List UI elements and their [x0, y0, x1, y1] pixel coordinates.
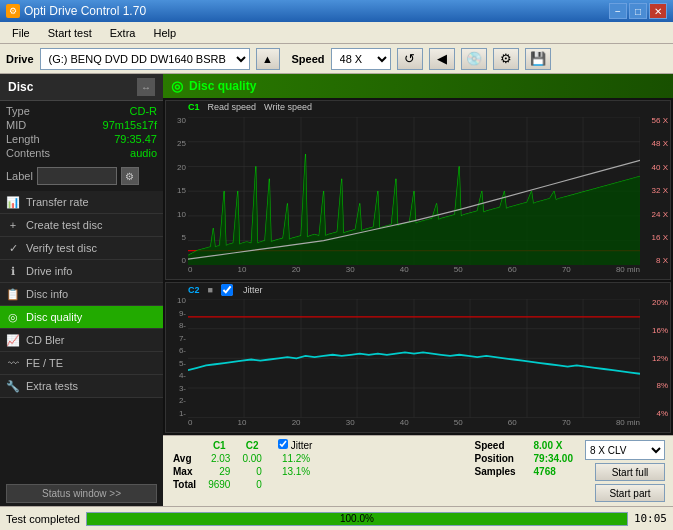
c1-legend-label: C1	[188, 102, 200, 112]
sidebar-item-disc-quality[interactable]: ◎ Disc quality	[0, 306, 163, 329]
chart1-y-axis: 30 25 20 15 10 5 0	[166, 117, 188, 265]
transfer-rate-icon: 📊	[6, 195, 20, 209]
start-full-button[interactable]: Start full	[595, 463, 665, 481]
disc-button[interactable]: 💿	[461, 48, 487, 70]
menu-start-test[interactable]: Start test	[40, 25, 100, 41]
drive-select[interactable]: (G:) BENQ DVD DD DW1640 BSRB	[40, 48, 250, 70]
menu-file[interactable]: File	[4, 25, 38, 41]
disc-info-icon: 📋	[6, 287, 20, 301]
label-row: Label ⚙	[0, 165, 163, 187]
close-button[interactable]: ✕	[649, 3, 667, 19]
contents-label: Contents	[6, 147, 50, 159]
disc-quality-header: ◎ Disc quality	[163, 74, 673, 98]
prev-button[interactable]: ◀	[429, 48, 455, 70]
clv-select[interactable]: 8 X CLV	[585, 440, 665, 460]
c1-col-header: C1	[202, 438, 236, 452]
fe-te-label: FE / TE	[26, 357, 63, 369]
chart1-inner	[188, 117, 640, 265]
verify-disc-label: Verify test disc	[26, 242, 97, 254]
extra-tests-label: Extra tests	[26, 380, 78, 392]
fe-te-icon: 〰	[6, 356, 20, 370]
main-layout: Disc ↔ Type CD-R MID 97m15s17f Length 79…	[0, 74, 673, 506]
chart-c1: C1 Read speed Write speed 30 25 20 15 10…	[165, 100, 671, 280]
eject-button[interactable]: ▲	[256, 48, 280, 70]
speed-key: Speed	[475, 440, 530, 451]
disc-contents-row: Contents audio	[6, 147, 157, 159]
drive-info-label: Drive info	[26, 265, 72, 277]
time-display: 10:05	[634, 512, 667, 525]
charts-area: C1 Read speed Write speed 30 25 20 15 10…	[163, 98, 673, 435]
stats-total-row: Total 9690 0	[167, 478, 318, 491]
create-disc-label: Create test disc	[26, 219, 102, 231]
chart1-r-axis: 56 X 48 X 40 X 32 X 24 X 16 X 8 X	[640, 117, 670, 265]
speed-label: Speed	[292, 53, 325, 65]
chart2-x-axis: 0 10 20 30 40 50 60 70 80 min	[188, 418, 640, 432]
speed-select[interactable]: 48 X	[331, 48, 391, 70]
total-c2: 0	[236, 478, 267, 491]
position-key: Position	[475, 453, 530, 464]
sidebar-item-drive-info[interactable]: ℹ Drive info	[0, 260, 163, 283]
maximize-button[interactable]: □	[629, 3, 647, 19]
type-value: CD-R	[130, 105, 158, 117]
stats-max-row: Max 29 0 13.1%	[167, 465, 318, 478]
app-icon: ⚙	[6, 4, 20, 18]
start-part-button[interactable]: Start part	[595, 484, 665, 502]
chart2-svg	[188, 299, 640, 418]
disc-quality-icon: ◎	[6, 310, 20, 324]
refresh-button[interactable]: ↺	[397, 48, 423, 70]
c2-legend-label: C2	[188, 285, 200, 295]
disc-quality-title: Disc quality	[189, 79, 256, 93]
save-button[interactable]: 💾	[525, 48, 551, 70]
sidebar-item-fe-te[interactable]: 〰 FE / TE	[0, 352, 163, 375]
disc-type-row: Type CD-R	[6, 105, 157, 117]
jitter-stats-checkbox[interactable]	[278, 439, 288, 449]
speed-val: 8.00 X	[534, 440, 563, 451]
status-bar: Test completed 100.0% 10:05	[0, 506, 673, 530]
position-row: Position 79:34.00	[475, 453, 573, 464]
menu-help[interactable]: Help	[145, 25, 184, 41]
sidebar-item-transfer-rate[interactable]: 📊 Transfer rate	[0, 191, 163, 214]
contents-value: audio	[130, 147, 157, 159]
jitter-checkbox[interactable]	[221, 284, 233, 296]
progress-label: 100.0%	[87, 513, 627, 525]
title-bar: ⚙ Opti Drive Control 1.70 − □ ✕	[0, 0, 673, 22]
status-window-button[interactable]: Status window >>	[6, 484, 157, 503]
max-label: Max	[167, 465, 202, 478]
total-c1: 9690	[202, 478, 236, 491]
disc-length-row: Length 79:35.47	[6, 133, 157, 145]
sidebar-item-create-test-disc[interactable]: + Create test disc	[0, 214, 163, 237]
sidebar-item-extra-tests[interactable]: 🔧 Extra tests	[0, 375, 163, 398]
disc-info-label: Disc info	[26, 288, 68, 300]
sidebar-item-cd-bler[interactable]: 📈 CD Bler	[0, 329, 163, 352]
content-area: ◎ Disc quality C1 Read speed Write speed…	[163, 74, 673, 506]
settings-button[interactable]: ⚙	[493, 48, 519, 70]
stats-table: C1 C2 Jitter Avg 2.03 0.00 11.2% Max	[167, 438, 467, 504]
label-input[interactable]	[37, 167, 117, 185]
drive-bar: Drive (G:) BENQ DVD DD DW1640 BSRB ▲ Spe…	[0, 44, 673, 74]
menu-bar: File Start test Extra Help	[0, 22, 673, 44]
samples-row: Samples 4768	[475, 466, 573, 477]
write-speed-legend: Write speed	[264, 102, 312, 112]
menu-extra[interactable]: Extra	[102, 25, 144, 41]
avg-c1: 2.03	[202, 452, 236, 465]
length-label: Length	[6, 133, 40, 145]
jitter-legend-label: Jitter	[243, 285, 263, 295]
length-value: 79:35.47	[114, 133, 157, 145]
avg-c2: 0.00	[236, 452, 267, 465]
disc-info-table: Type CD-R MID 97m15s17f Length 79:35.47 …	[0, 101, 163, 165]
drive-label: Drive	[6, 53, 34, 65]
disc-arrow-button[interactable]: ↔	[137, 78, 155, 96]
disc-title: Disc	[8, 80, 33, 94]
chart2-r-axis: 20% 16% 12% 8% 4%	[640, 299, 670, 418]
read-speed-legend: Read speed	[208, 102, 257, 112]
progress-bar: 100.0%	[86, 512, 628, 526]
chart2-y-axis: 10 9- 8- 7- 6- 5- 4- 3- 2- 1-	[166, 297, 188, 418]
mid-value: 97m15s17f	[103, 119, 157, 131]
controls-panel: 8 X CLV Start full Start part	[581, 438, 669, 504]
sidebar-item-verify-test-disc[interactable]: ✓ Verify test disc	[0, 237, 163, 260]
sidebar-item-disc-info[interactable]: 📋 Disc info	[0, 283, 163, 306]
c2-jitter-box: ■	[208, 285, 213, 295]
minimize-button[interactable]: −	[609, 3, 627, 19]
avg-label: Avg	[167, 452, 202, 465]
label-edit-button[interactable]: ⚙	[121, 167, 139, 185]
